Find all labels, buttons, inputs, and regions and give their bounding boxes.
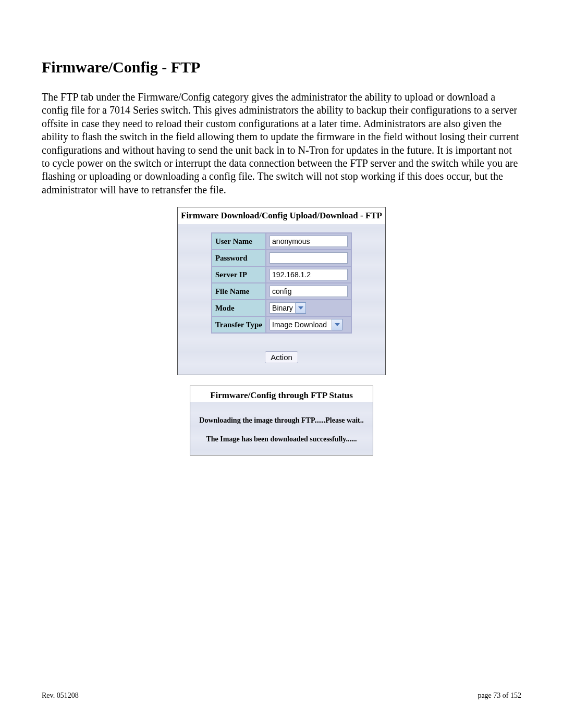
password-input[interactable] <box>270 252 348 264</box>
ftp-row-user-name: User Name <box>212 233 351 250</box>
body-paragraph: The FTP tab under the Firmware/Config ca… <box>42 91 521 196</box>
password-label: Password <box>212 250 266 266</box>
ftp-panel: Firmware Download/Config Upload/Download… <box>177 207 386 375</box>
server-ip-label: Server IP <box>212 266 266 283</box>
ftp-row-server-ip: Server IP <box>212 266 351 283</box>
action-button[interactable]: Action <box>265 351 298 363</box>
ftp-row-file-name: File Name <box>212 283 351 300</box>
status-line-success: The Image has been downloaded successful… <box>193 435 370 443</box>
page-footer: Rev. 051208 page 73 of 152 <box>42 692 521 700</box>
user-name-input[interactable] <box>270 236 348 247</box>
file-name-label: File Name <box>212 283 266 300</box>
transfer-type-select[interactable]: Image Download <box>270 319 342 330</box>
user-name-label: User Name <box>212 233 266 250</box>
server-ip-input[interactable] <box>270 269 348 280</box>
mode-select-value: Binary <box>270 302 296 314</box>
mode-select[interactable]: Binary <box>270 302 306 314</box>
chevron-down-icon[interactable] <box>296 302 306 314</box>
ftp-form-table: User Name Password Server IP <box>211 232 352 334</box>
ftp-row-mode: Mode Binary <box>212 300 351 316</box>
transfer-type-select-value: Image Download <box>270 319 332 330</box>
ftp-row-transfer-type: Transfer Type Image Download <box>212 316 351 333</box>
mode-label: Mode <box>212 300 266 316</box>
transfer-type-label: Transfer Type <box>212 316 266 333</box>
ftp-panel-body: User Name Password Server IP <box>178 224 385 375</box>
file-name-input[interactable] <box>270 286 348 297</box>
status-panel-title: Firmware/Config through FTP Status <box>190 386 373 402</box>
chevron-down-icon[interactable] <box>332 319 342 330</box>
ftp-row-password: Password <box>212 250 351 266</box>
status-panel: Firmware/Config through FTP Status Downl… <box>190 386 373 455</box>
status-panel-body: Downloading the image through FTP......P… <box>190 402 373 455</box>
footer-page: page 73 of 152 <box>478 692 521 700</box>
page-title: Firmware/Config - FTP <box>42 58 521 76</box>
footer-rev: Rev. 051208 <box>42 692 79 700</box>
status-line-downloading: Downloading the image through FTP......P… <box>193 416 370 425</box>
ftp-panel-title: Firmware Download/Config Upload/Download… <box>178 207 385 224</box>
